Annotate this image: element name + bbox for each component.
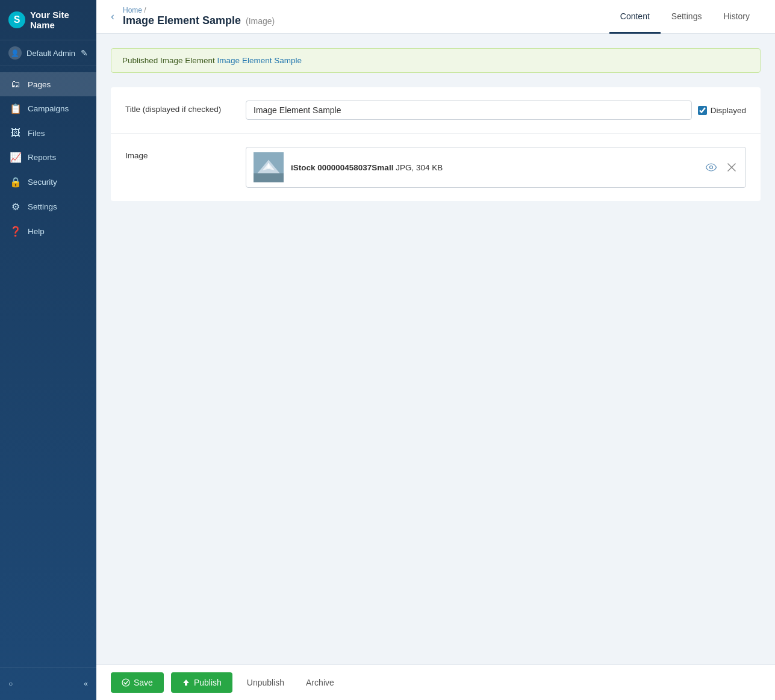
sidebar-collapse-button[interactable]: ○ « bbox=[0, 674, 96, 694]
tab-content-label: Content bbox=[620, 11, 650, 21]
displayed-checkbox[interactable] bbox=[698, 106, 707, 115]
breadcrumb-separator: / bbox=[144, 6, 146, 14]
tab-settings[interactable]: Settings bbox=[661, 0, 713, 34]
image-preview-box: iStock 000000458037Small JPG, 304 KB bbox=[246, 147, 746, 188]
breadcrumb-home-link[interactable]: Home bbox=[123, 6, 142, 14]
close-icon bbox=[727, 163, 736, 172]
site-name-label: Your Site Name bbox=[30, 10, 88, 30]
breadcrumb: Home / bbox=[123, 6, 275, 14]
eye-icon bbox=[706, 163, 717, 172]
content-area: Published Image Element Image Element Sa… bbox=[96, 34, 775, 664]
settings-icon: ⚙ bbox=[10, 201, 22, 212]
page-title-sub: (Image) bbox=[246, 16, 275, 26]
unpublish-label: Unpublish bbox=[247, 678, 284, 687]
topbar-title-group: Home / Image Element Sample (Image) bbox=[123, 6, 275, 27]
help-icon: ❓ bbox=[10, 226, 22, 237]
image-info: iStock 000000458037Small JPG, 304 KB bbox=[291, 163, 696, 172]
displayed-label: Displayed bbox=[711, 106, 746, 115]
publish-label: Publish bbox=[194, 678, 222, 687]
user-info: 👤 Default Admin bbox=[8, 46, 75, 60]
topbar-left: ‹ Home / Image Element Sample (Image) bbox=[111, 6, 275, 27]
sidebar-item-security[interactable]: 🔒 Security bbox=[0, 170, 96, 194]
title-form-row: Title (displayed if checked) Displayed bbox=[111, 87, 761, 134]
topbar: ‹ Home / Image Element Sample (Image) Co… bbox=[96, 0, 775, 34]
sidebar-item-security-label: Security bbox=[28, 178, 57, 187]
sidebar-nav: 🗂 Pages 📋 Campaigns 🖼 Files 📈 Reports 🔒 … bbox=[0, 66, 96, 667]
user-name-label: Default Admin bbox=[26, 49, 75, 58]
sidebar-footer: ○ « bbox=[0, 667, 96, 700]
banner-link[interactable]: Image Element Sample bbox=[217, 56, 302, 65]
campaigns-icon: 📋 bbox=[10, 103, 22, 114]
publish-icon bbox=[182, 678, 190, 687]
banner-prefix: Published Image Element bbox=[122, 56, 215, 65]
loading-indicator: ○ bbox=[8, 680, 13, 688]
svg-point-2 bbox=[710, 166, 713, 169]
topbar-tabs: Content Settings History bbox=[609, 0, 761, 33]
preview-image-button[interactable] bbox=[703, 162, 719, 173]
save-button[interactable]: Save bbox=[111, 672, 164, 693]
displayed-checkbox-label[interactable]: Displayed bbox=[698, 106, 746, 115]
logo-icon: S bbox=[8, 11, 25, 28]
sidebar-item-help[interactable]: ❓ Help bbox=[0, 219, 96, 244]
sidebar-user: 👤 Default Admin ✎ bbox=[0, 40, 96, 66]
remove-image-button[interactable] bbox=[725, 162, 738, 173]
title-field-label: Title (displayed if checked) bbox=[125, 101, 246, 114]
reports-icon: 📈 bbox=[10, 152, 22, 163]
image-thumbnail bbox=[254, 152, 284, 182]
archive-button[interactable]: Archive bbox=[299, 672, 341, 693]
security-icon: 🔒 bbox=[10, 176, 22, 188]
edit-user-icon[interactable]: ✎ bbox=[81, 48, 88, 58]
sidebar-item-files-label: Files bbox=[28, 129, 45, 138]
tab-content[interactable]: Content bbox=[609, 0, 661, 34]
main-area: ‹ Home / Image Element Sample (Image) Co… bbox=[96, 0, 775, 700]
sidebar-item-campaigns[interactable]: 📋 Campaigns bbox=[0, 96, 96, 121]
tab-history-label: History bbox=[723, 11, 750, 21]
title-control-group: Displayed bbox=[246, 101, 746, 120]
image-meta-text: JPG, 304 KB bbox=[396, 163, 443, 172]
plane-thumbnail-svg bbox=[254, 152, 284, 182]
user-avatar-icon: 👤 bbox=[8, 46, 22, 60]
tab-history[interactable]: History bbox=[712, 0, 761, 34]
title-input[interactable] bbox=[246, 101, 692, 120]
sidebar-item-reports[interactable]: 📈 Reports bbox=[0, 145, 96, 170]
svg-point-5 bbox=[122, 679, 129, 686]
publish-button[interactable]: Publish bbox=[171, 672, 232, 693]
archive-label: Archive bbox=[306, 678, 334, 687]
image-filename: iStock 000000458037Small bbox=[291, 163, 393, 172]
back-button[interactable]: ‹ bbox=[111, 10, 114, 23]
pages-icon: 🗂 bbox=[10, 79, 22, 90]
image-actions bbox=[703, 162, 738, 173]
sidebar-item-settings[interactable]: ⚙ Settings bbox=[0, 194, 96, 219]
save-icon bbox=[122, 678, 130, 687]
image-field-label: Image bbox=[125, 147, 246, 160]
sidebar-item-pages-label: Pages bbox=[28, 80, 51, 89]
published-banner: Published Image Element Image Element Sa… bbox=[111, 48, 761, 73]
sidebar-item-help-label: Help bbox=[28, 227, 45, 236]
image-control-group: iStock 000000458037Small JPG, 304 KB bbox=[246, 147, 746, 188]
sidebar-item-files[interactable]: 🖼 Files bbox=[0, 121, 96, 145]
sidebar-item-settings-label: Settings bbox=[28, 202, 57, 211]
tab-settings-label: Settings bbox=[671, 11, 702, 21]
sidebar-logo[interactable]: S Your Site Name bbox=[0, 0, 96, 40]
unpublish-button[interactable]: Unpublish bbox=[240, 672, 291, 693]
svg-rect-1 bbox=[254, 173, 284, 182]
form-section: Title (displayed if checked) Displayed I… bbox=[111, 87, 761, 201]
page-title: Image Element Sample bbox=[123, 14, 241, 26]
sidebar-item-pages[interactable]: 🗂 Pages bbox=[0, 72, 96, 96]
sidebar-item-reports-label: Reports bbox=[28, 153, 56, 162]
bottombar: Save Publish Unpublish Archive bbox=[96, 664, 775, 700]
sidebar-item-campaigns-label: Campaigns bbox=[28, 104, 69, 113]
files-icon: 🖼 bbox=[10, 128, 22, 138]
collapse-icon: « bbox=[84, 680, 88, 688]
sidebar: S Your Site Name 👤 Default Admin ✎ 🗂 Pag… bbox=[0, 0, 96, 700]
save-label: Save bbox=[134, 678, 153, 687]
image-form-row: Image bbox=[111, 134, 761, 201]
